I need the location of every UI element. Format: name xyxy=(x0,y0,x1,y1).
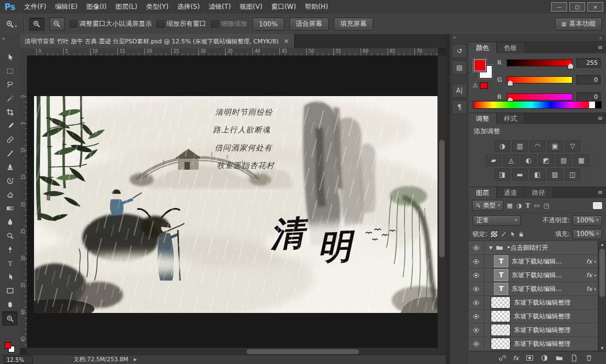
vertical-ruler[interactable]: 0 5 10 15 20 25 30 35 40 45 xyxy=(20,55,27,348)
zoom-out-button[interactable] xyxy=(49,18,65,31)
lock-position-icon[interactable] xyxy=(509,231,515,237)
layer-thumbnail[interactable] xyxy=(491,324,510,336)
tab-adjustments[interactable]: 调整 xyxy=(469,113,497,124)
exposure-icon[interactable]: ▣ xyxy=(547,140,563,152)
visibility-toggle[interactable] xyxy=(469,296,484,309)
actual-pixels-button[interactable]: 100% xyxy=(252,18,284,31)
layer-thumbnail[interactable] xyxy=(491,310,510,322)
add-layer-mask-icon[interactable] xyxy=(526,354,534,362)
horizontal-scrollbar[interactable] xyxy=(27,348,438,355)
canvas-image[interactable]: 清明时节雨纷纷 路上行人欲断魂 借问酒家何处有 牧童遥指杏花村 清 明 xyxy=(34,96,438,313)
expand-tools-icon[interactable]: » xyxy=(2,36,5,41)
layer-name[interactable]: 东坡下载站编辑整理 xyxy=(514,299,596,307)
hue-saturation-icon[interactable]: ▰ xyxy=(486,154,501,166)
layer-name[interactable]: 东坡下载站编辑整理 xyxy=(514,326,596,334)
adjustments-panel-menu-icon[interactable]: ≡ xyxy=(598,115,603,122)
layer-row-image[interactable]: 东坡下载站编辑整理 xyxy=(469,337,606,351)
layer-name[interactable]: 东坡下载站编辑... xyxy=(512,271,583,279)
fit-screen-button[interactable]: 适合屏幕 xyxy=(289,18,329,31)
gradient-tool[interactable] xyxy=(3,201,17,215)
healing-brush-tool[interactable] xyxy=(3,133,17,146)
green-slider[interactable] xyxy=(507,76,573,83)
visibility-toggle[interactable] xyxy=(469,241,484,254)
green-value-field[interactable]: 0 xyxy=(576,75,601,85)
zoom-level-field[interactable]: 12.5% xyxy=(3,356,33,364)
pixel-filter-icon[interactable]: ▦ xyxy=(507,202,513,209)
status-options-arrow-icon[interactable]: ▶ xyxy=(134,357,137,362)
layers-scrollbar[interactable]: ▲ ▼ xyxy=(598,241,606,351)
visibility-toggle[interactable] xyxy=(469,337,484,350)
text-layer-thumbnail[interactable]: T xyxy=(494,255,508,267)
clone-stamp-tool[interactable] xyxy=(3,160,17,173)
menu-edit[interactable]: 编辑(E) xyxy=(50,0,82,14)
workspace-button[interactable]: ▦ 基本功能 xyxy=(555,18,602,31)
tab-color[interactable]: 颜色 xyxy=(469,42,497,53)
invert-icon[interactable]: ◨ xyxy=(495,169,510,181)
layer-row-image[interactable]: 东坡下载站编辑整理 xyxy=(469,323,606,337)
layer-row-text[interactable]: T 东坡下载站编辑... fx▴ xyxy=(469,282,606,296)
blend-mode-dropdown[interactable]: 正常 ▾ xyxy=(473,215,521,226)
history-panel-icon[interactable]: ↺ xyxy=(452,44,467,58)
layer-effects-badge[interactable]: fx xyxy=(586,285,592,293)
menu-view[interactable]: 视图(V) xyxy=(235,0,267,14)
brush-tool[interactable] xyxy=(3,147,17,160)
move-tool[interactable] xyxy=(3,51,17,64)
eraser-tool[interactable] xyxy=(3,188,17,201)
quick-selection-tool[interactable] xyxy=(3,92,17,105)
tab-swatches[interactable]: 色板 xyxy=(497,42,525,53)
properties-panel-icon[interactable]: ▤ xyxy=(452,60,467,75)
new-layer-icon[interactable] xyxy=(570,354,578,362)
new-adjustment-layer-icon[interactable] xyxy=(541,354,548,362)
vibrance-icon[interactable]: ▽ xyxy=(565,140,580,152)
fill-field[interactable]: 100% ▾ xyxy=(573,229,602,239)
close-button[interactable]: × xyxy=(587,2,603,12)
gradient-map-icon[interactable]: ▨ xyxy=(547,169,563,181)
brightness-contrast-icon[interactable]: ◑ xyxy=(495,140,510,152)
gamut-warning[interactable]: ⚠ xyxy=(473,82,488,89)
channel-mixer-icon[interactable]: ▤ xyxy=(556,154,571,166)
photo-filter-icon[interactable]: ◩ xyxy=(538,154,554,166)
white-swatch[interactable] xyxy=(589,102,595,108)
black-swatch[interactable] xyxy=(595,102,601,108)
layers-panel-menu-icon[interactable]: ≡ xyxy=(598,189,603,196)
text-layer-thumbnail[interactable]: T xyxy=(494,269,508,281)
menu-file[interactable]: 文件(F) xyxy=(20,0,50,14)
layer-thumbnail[interactable] xyxy=(491,296,510,309)
pen-tool[interactable] xyxy=(3,243,17,256)
layer-effects-badge[interactable]: fx xyxy=(586,272,592,279)
green-slider-thumb[interactable] xyxy=(507,80,513,86)
layer-row-image[interactable]: 东坡下载站编辑整理 xyxy=(469,296,606,310)
fx-collapse-icon[interactable]: ▴ xyxy=(594,259,596,264)
group-caret-icon[interactable]: ▼ xyxy=(489,245,492,250)
red-value-field[interactable]: 255 xyxy=(576,58,601,68)
visibility-toggle[interactable] xyxy=(469,323,484,337)
zoom-tool[interactable] xyxy=(2,311,18,326)
tab-paths[interactable]: 路径 xyxy=(525,187,553,198)
blue-value-field[interactable]: 0 xyxy=(576,92,601,102)
layer-thumbnail[interactable] xyxy=(491,338,510,350)
hand-tool[interactable] xyxy=(3,298,17,311)
lock-all-icon[interactable] xyxy=(518,231,524,237)
visibility-toggle[interactable] xyxy=(469,310,484,323)
layer-style-icon[interactable]: fx xyxy=(513,355,519,362)
path-selection-tool[interactable] xyxy=(3,270,17,283)
character-panel-icon[interactable]: A| xyxy=(452,83,467,98)
lock-image-icon[interactable] xyxy=(501,231,507,237)
current-tool-indicator[interactable]: ▾ xyxy=(4,19,19,30)
scroll-down-icon[interactable]: ▼ xyxy=(598,345,606,351)
posterize-icon[interactable]: ▬ xyxy=(512,169,528,181)
menu-help[interactable]: 帮助(H) xyxy=(300,0,332,14)
marquee-tool[interactable] xyxy=(3,64,17,77)
layer-row-text[interactable]: T 东坡下载站编辑... fx▴ xyxy=(469,255,606,268)
tab-channels[interactable]: 通道 xyxy=(497,187,525,198)
layer-effects-badge[interactable]: fx xyxy=(586,258,592,265)
vertical-scrollbar[interactable] xyxy=(437,55,446,348)
color-lookup-icon[interactable]: ▦ xyxy=(574,154,589,166)
layers-scrollbar-thumb[interactable] xyxy=(599,249,605,297)
adjustment-filter-icon[interactable]: ◑ xyxy=(517,202,522,209)
expand-dock-icon[interactable]: « xyxy=(450,34,469,42)
foreground-background-swatches[interactable] xyxy=(4,342,15,352)
type-tool[interactable] xyxy=(3,256,17,270)
vertical-scrollbar-thumb[interactable] xyxy=(439,140,445,257)
color-balance-icon[interactable]: ◬ xyxy=(503,154,519,166)
